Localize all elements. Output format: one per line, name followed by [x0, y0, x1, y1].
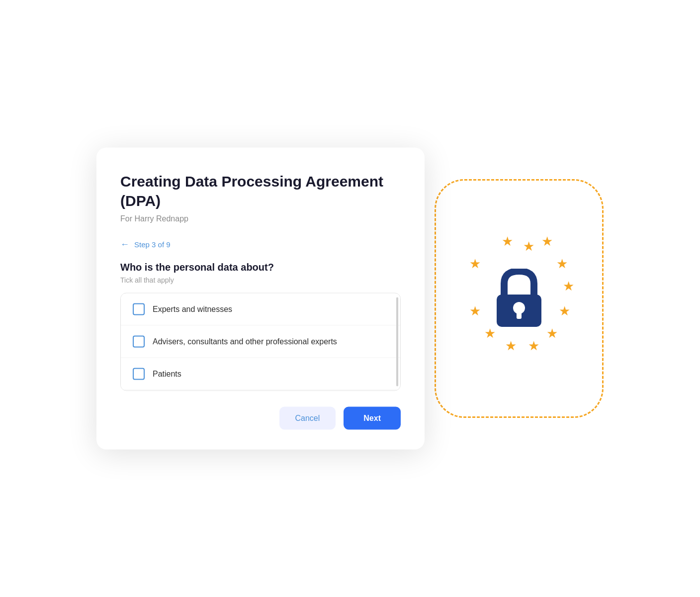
option-label-advisers-consultants: Advisers, consultants and other professi…: [153, 336, 337, 347]
star-icon: ★: [505, 338, 517, 354]
options-container: Experts and witnesses Advisers, consulta…: [120, 293, 401, 391]
cancel-button[interactable]: Cancel: [279, 407, 336, 430]
option-advisers-consultants[interactable]: Advisers, consultants and other professi…: [121, 326, 400, 358]
dialog-subtitle: For Harry Rednapp: [120, 214, 401, 223]
star-icon: ★: [528, 338, 539, 354]
dialog-title: Creating Data Processing Agreement (DPA): [120, 172, 401, 210]
star-icon: ★: [559, 303, 570, 319]
star-icon: ★: [546, 326, 558, 341]
question-hint: Tick all that apply: [120, 276, 401, 284]
lock-icon: [492, 269, 546, 328]
star-icon: ★: [541, 234, 553, 249]
svg-rect-2: [517, 311, 522, 319]
star-icon: ★: [563, 279, 574, 294]
option-label-experts-witnesses: Experts and witnesses: [153, 303, 232, 314]
star-icon: ★: [556, 256, 568, 272]
checkbox-patients[interactable]: [133, 368, 145, 380]
step-indicator: ← Step 3 of 9: [120, 239, 401, 250]
option-label-patients: Patients: [153, 368, 181, 379]
scrollbar[interactable]: [396, 298, 398, 387]
checkbox-experts-witnesses[interactable]: [133, 303, 145, 315]
question-title: Who is the personal data about?: [120, 262, 401, 273]
star-icon: ★: [502, 234, 513, 249]
star-icon: ★: [469, 256, 481, 272]
checkbox-advisers-consultants[interactable]: [133, 336, 145, 348]
dialog-card: Creating Data Processing Agreement (DPA)…: [96, 148, 425, 450]
lock-area: ★ ★ ★ ★ ★ ★ ★ ★ ★ ★ ★ ★: [444, 189, 594, 408]
option-patients[interactable]: Patients: [121, 358, 400, 391]
back-button[interactable]: ←: [120, 239, 129, 250]
step-label: Step 3 of 9: [134, 240, 171, 249]
option-experts-witnesses[interactable]: Experts and witnesses: [121, 294, 400, 326]
star-icon: ★: [523, 239, 534, 254]
star-icon: ★: [469, 303, 481, 319]
lock-with-stars: ★ ★ ★ ★ ★ ★ ★ ★ ★ ★ ★ ★: [449, 229, 589, 368]
dialog-footer: Cancel Next: [120, 407, 401, 430]
next-button[interactable]: Next: [344, 407, 401, 430]
